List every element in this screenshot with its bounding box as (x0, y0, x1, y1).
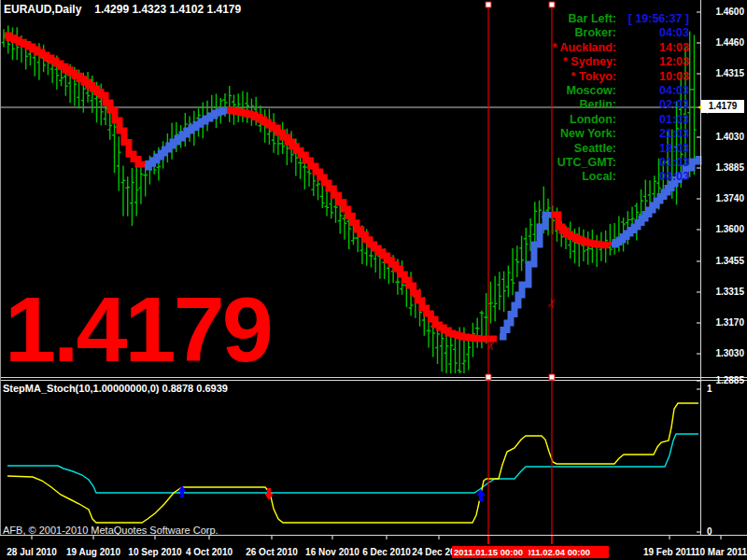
stepma-ribbon-segment (552, 215, 609, 245)
clock-row-tokyo: * Tokyo:10:03 (506, 70, 689, 83)
stepma-ribbon-segment (612, 156, 698, 245)
clock-city-label: London: (506, 113, 616, 126)
indicator-name-label: StepMA_Stoch(10,1.00000000,0) 0.8878 0.6… (3, 383, 228, 394)
big-price-display: 1.4179 (5, 283, 271, 375)
vline-selection-handle[interactable] (486, 374, 491, 380)
date-label: 19 Feb 2011 (643, 547, 696, 557)
clock-city-label: Broker: (506, 26, 616, 39)
date-label: 10 Mar 2011 (695, 547, 747, 557)
clock-city-label: * Tokyo: (506, 70, 616, 83)
clock-city-label: UTC_GMT: (506, 156, 616, 169)
highlighted-date-label: 2011.02.04 00:00 (529, 546, 609, 558)
clock-time-value: 21:03 (616, 127, 689, 140)
date-label: 28 Jul 2010 (7, 547, 56, 557)
date-label: 16 Nov 2010 (305, 547, 359, 557)
price-tick-label: 1.3455 (701, 256, 744, 266)
clock-time-value: 01:03 (616, 113, 689, 126)
clock-time-value: 04:03 (616, 26, 689, 39)
price-tick-label: 1.4030 (701, 132, 744, 142)
price-tick-label: 1.4600 (701, 7, 744, 17)
vline-selection-handle[interactable] (549, 2, 555, 7)
clock-time-value: [ 19:56:37 ] (616, 12, 689, 25)
clock-row-newyork: New York:21:03 (506, 127, 689, 140)
clock-time-value: 14:03 (616, 41, 689, 54)
sub-axis-tick-label: 0 (707, 526, 712, 537)
date-label: 19 Aug 2010 (66, 547, 120, 557)
symbol-period-label: EURAUD,Daily (4, 3, 81, 16)
vline-selection-handle[interactable] (549, 374, 555, 380)
clock-city-label: Berlin: (506, 98, 616, 111)
clock-city-label: * Auckland: (506, 41, 616, 54)
date-label: 10 Sep 2010 (128, 547, 181, 557)
clock-time-value: 02:03 (616, 98, 689, 111)
copyright-label: AFB, © 2001-2010 MetaQuotes Software Cor… (3, 525, 218, 536)
price-tick-label: 1.3600 (701, 224, 744, 234)
clock-time-value: 01:03 (616, 156, 689, 169)
highlighted-date-label: 2011.01.15 00:00 (452, 546, 529, 558)
clock-row-broker: Broker:04:03 (506, 26, 689, 39)
clock-time-value: 12:03 (616, 55, 689, 68)
chart-title: EURAUD,Daily1.4299 1.4323 1.4102 1.4179 (4, 3, 241, 16)
date-label: 6 Dec 2010 (362, 547, 411, 557)
mt4-chart-window: ✂✂ EURAUD,Daily1.4299 1.4323 1.4102 1.41… (0, 0, 747, 560)
signal-arrow-down-icon (265, 488, 274, 500)
clock-time-value: 18:03 (616, 142, 689, 155)
price-tick-label: 1.3315 (701, 287, 744, 297)
clock-row-barleft: Bar Left:[ 19:56:37 ] (506, 12, 689, 25)
clock-time-value: 10:03 (616, 70, 689, 83)
sub-axis-tick-label: 1 (707, 384, 712, 394)
clock-city-label: New York: (506, 127, 616, 140)
clock-row-local: Local:03:03 (506, 170, 689, 183)
clock-row-london: London:01:03 (506, 113, 689, 126)
clock-time-value: 04:03 (616, 84, 689, 97)
clock-row-seattle: Seattle:18:03 (506, 142, 689, 155)
vline-selection-handle[interactable] (486, 2, 491, 7)
price-tick-label: 1.3030 (701, 348, 744, 358)
price-tick-label: 1.4460 (701, 37, 744, 48)
price-tick-label: 1.4315 (701, 68, 744, 78)
clock-time-value: 03:03 (616, 170, 689, 183)
clock-row-utcgmt: UTC_GMT:01:03 (506, 156, 689, 169)
highlighted-date-text: 2011.01.15 00:00 (454, 547, 523, 557)
clock-city-label: Seattle: (506, 142, 616, 155)
clock-city-label: Bar Left: (506, 12, 616, 25)
clock-city-label: * Sydney: (506, 55, 616, 68)
clock-row-berlin: Berlin:02:03 (506, 98, 689, 111)
date-label: 4 Oct 2010 (186, 547, 233, 557)
highlighted-date-text: 2011.02.04 00:00 (529, 547, 590, 557)
vline-ornament-icon: ✂ (483, 338, 499, 352)
clock-row-moscow: Moscow:04:03 (506, 84, 689, 97)
clock-row-sydney: * Sydney:12:03 (506, 55, 689, 68)
price-tick-label: 1.3740 (701, 193, 744, 203)
price-tick-label: 1.3885 (701, 162, 744, 173)
clock-row-auckland: * Auckland:14:03 (506, 41, 689, 54)
clock-city-label: Moscow: (506, 84, 616, 97)
current-price-tag: 1.4179 (701, 100, 744, 113)
price-tick-label: 1.3170 (701, 317, 744, 328)
clock-city-label: Local: (506, 170, 616, 183)
ohlc-values: 1.4299 1.4323 1.4102 1.4179 (94, 3, 241, 16)
date-label: 26 Oct 2010 (246, 547, 298, 557)
stepma-ribbon-segment (500, 212, 549, 337)
stoch_fast_yellow-line (7, 403, 698, 523)
